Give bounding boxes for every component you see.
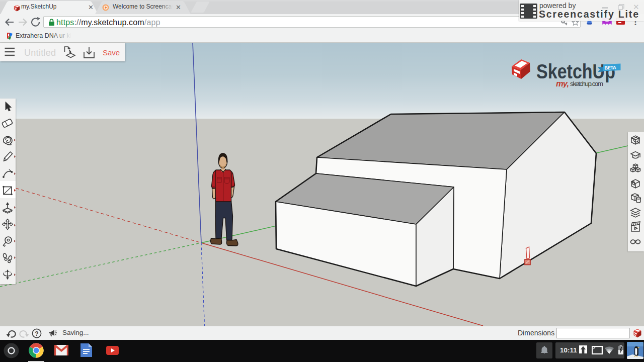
svg-text:BETA: BETA [604, 64, 616, 70]
svg-text:my,: my, [556, 79, 569, 87]
svg-text:?: ? [35, 330, 38, 337]
svg-text:sketchup.com: sketchup.com [570, 80, 603, 87]
svg-text:SketchUp: SketchUp [536, 60, 615, 82]
svg-text:Screencastify Lite: Screencastify Lite [539, 9, 638, 20]
